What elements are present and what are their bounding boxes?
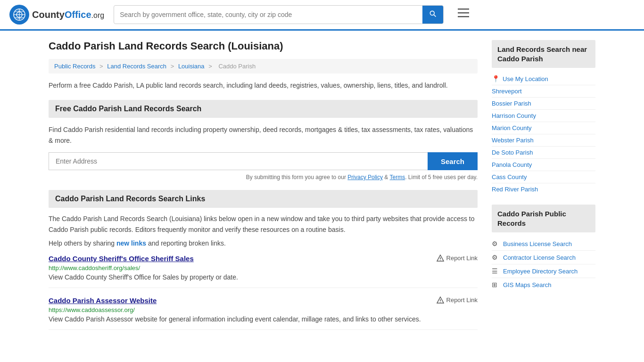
sidebar-location-7[interactable]: Cass County xyxy=(492,171,595,183)
use-location-link[interactable]: Use My Location xyxy=(503,75,548,82)
location-link-3[interactable]: Marion County xyxy=(492,124,532,132)
sidebar-location-4[interactable]: Webster Parish xyxy=(492,134,595,147)
link-item-0: Caddo County Sheriff's Office Sheriff Sa… xyxy=(49,255,478,288)
link-item-0-url: http://www.caddosheriff.org/sales/ xyxy=(49,264,478,272)
sidebar-location-6[interactable]: Panola County xyxy=(492,159,595,171)
sidebar-location-8[interactable]: Red River Parish xyxy=(492,183,595,195)
site-header: CountyOffice.org xyxy=(0,0,644,31)
location-pin-icon: 📍 xyxy=(492,75,500,82)
sidebar-use-location[interactable]: 📍 Use My Location xyxy=(492,73,595,85)
sidebar-location-0[interactable]: Shreveport xyxy=(492,85,595,98)
address-search-button[interactable]: Search xyxy=(428,152,478,170)
location-link-1[interactable]: Bossier Parish xyxy=(492,100,531,107)
limit-note: Limit of 5 free uses per day. xyxy=(408,174,478,181)
sidebar-public-record-3[interactable]: ⊞ GIS Maps Search xyxy=(492,278,595,291)
link-item-1: Caddo Parish Assessor Website Report Lin… xyxy=(49,296,478,330)
grid-icon-3: ⊞ xyxy=(492,281,499,288)
svg-line-5 xyxy=(434,15,436,16)
free-search-desc: Find Caddo Parish residential land recor… xyxy=(49,124,478,146)
link-item-0-title[interactable]: Caddo County Sheriff's Office Sheriff Sa… xyxy=(49,255,194,263)
share-text: Help others by sharing xyxy=(49,239,115,247)
svg-point-10 xyxy=(440,260,440,260)
link-item-1-url: https://www.caddoassessor.org/ xyxy=(49,306,478,313)
gear-icon-0: ⚙ xyxy=(492,240,499,247)
page-description: Perform a free Caddo Parish, LA public l… xyxy=(49,80,478,90)
location-link-6[interactable]: Panola County xyxy=(492,161,532,168)
sidebar-location-1[interactable]: Bossier Parish xyxy=(492,98,595,110)
gear-icon-1: ⚙ xyxy=(492,254,499,261)
logo-text: CountyOffice.org xyxy=(32,9,104,20)
svg-rect-8 xyxy=(458,16,469,17)
public-record-link-2[interactable]: Employee Directory Search xyxy=(503,268,578,275)
links-heading: Caddo Parish Land Records Search Links xyxy=(49,190,478,208)
location-link-8[interactable]: Red River Parish xyxy=(492,186,538,193)
new-links-link[interactable]: new links xyxy=(116,239,146,247)
location-link-7[interactable]: Cass County xyxy=(492,173,527,181)
breadcrumb-sep1: > xyxy=(99,63,105,70)
disclaimer-text: By submitting this form you agree to our xyxy=(246,174,346,181)
location-link-4[interactable]: Webster Parish xyxy=(492,137,534,144)
svg-point-4 xyxy=(430,11,435,15)
address-search-form: Search xyxy=(49,152,478,170)
address-input[interactable] xyxy=(49,152,428,170)
svg-rect-6 xyxy=(458,8,469,10)
public-record-link-3[interactable]: GIS Maps Search xyxy=(503,281,552,288)
share-suffix: and reporting broken links. xyxy=(148,239,226,247)
logo-area: CountyOffice.org xyxy=(9,5,104,25)
link-item-0-header: Caddo County Sheriff's Office Sheriff Sa… xyxy=(49,255,478,263)
link-item-1-title[interactable]: Caddo Parish Assessor Website xyxy=(49,296,157,304)
main-content: Caddo Parish Land Records Search (Louisi… xyxy=(49,40,478,338)
sidebar-location-3[interactable]: Marion County xyxy=(492,122,595,134)
breadcrumb-sep3: > xyxy=(208,63,214,70)
share-line: Help others by sharing new links and rep… xyxy=(49,239,478,247)
page-body: Caddo Parish Land Records Search (Louisi… xyxy=(39,31,605,348)
global-search-input[interactable] xyxy=(114,7,422,22)
svg-point-12 xyxy=(440,302,440,302)
page-title: Caddo Parish Land Records Search (Louisi… xyxy=(49,40,478,52)
form-disclaimer: By submitting this form you agree to our… xyxy=(49,174,478,181)
breadcrumb-public-records[interactable]: Public Records xyxy=(54,63,95,70)
global-search-bar[interactable] xyxy=(114,5,444,24)
breadcrumb-current: Caddo Parish xyxy=(218,63,256,70)
link-item-0-desc: View Caddo County Sheriff's Office for S… xyxy=(49,273,478,281)
sidebar-location-2[interactable]: Harrison County xyxy=(492,110,595,122)
report-link-label-1: Report Link xyxy=(446,296,478,304)
hamburger-menu-button[interactable] xyxy=(458,8,469,21)
public-record-link-0[interactable]: Business License Search xyxy=(503,240,572,247)
global-search-button[interactable] xyxy=(422,6,443,24)
logo-icon xyxy=(9,5,29,25)
sidebar-public-record-2[interactable]: ☰ Employee Directory Search xyxy=(492,264,595,278)
list-icon-2: ☰ xyxy=(492,267,499,275)
links-section: Caddo Parish Land Records Search Links T… xyxy=(49,190,478,330)
terms-link[interactable]: Terms xyxy=(389,174,405,181)
breadcrumb-louisiana[interactable]: Louisiana xyxy=(178,63,205,70)
location-link-2[interactable]: Harrison County xyxy=(492,112,536,119)
sidebar-nearby-title: Land Records Search near Caddo Parish xyxy=(492,40,595,68)
sidebar-public-record-1[interactable]: ⚙ Contractor License Search xyxy=(492,251,595,264)
breadcrumb-land-records[interactable]: Land Records Search xyxy=(107,63,166,70)
link-item-1-desc: View Caddo Parish Assessor website for g… xyxy=(49,315,478,323)
ampersand: & xyxy=(384,174,389,181)
breadcrumb: Public Records > Land Records Search > L… xyxy=(49,59,478,74)
sidebar-nearby-box: Land Records Search near Caddo Parish 📍 … xyxy=(492,40,595,195)
free-search-heading: Free Caddo Parish Land Records Search xyxy=(49,100,478,118)
svg-rect-7 xyxy=(458,12,469,14)
sidebar-public-record-0[interactable]: ⚙ Business License Search xyxy=(492,237,595,251)
sidebar-location-5[interactable]: De Soto Parish xyxy=(492,147,595,159)
public-record-link-1[interactable]: Contractor License Search xyxy=(503,254,576,261)
sidebar: Land Records Search near Caddo Parish 📍 … xyxy=(492,40,595,338)
report-link-button-0[interactable]: Report Link xyxy=(437,255,478,262)
report-link-label-0: Report Link xyxy=(446,255,478,262)
links-desc: The Caddo Parish Land Records Search (Lo… xyxy=(49,214,478,235)
link-item-1-header: Caddo Parish Assessor Website Report Lin… xyxy=(49,296,478,304)
sidebar-public-records-box: Caddo Parish Public Records ⚙ Business L… xyxy=(492,205,595,291)
location-link-5[interactable]: De Soto Parish xyxy=(492,149,533,156)
report-link-button-1[interactable]: Report Link xyxy=(437,296,478,304)
location-link-0[interactable]: Shreveport xyxy=(492,88,522,95)
privacy-policy-link[interactable]: Privacy Policy xyxy=(347,174,383,181)
sidebar-public-records-title: Caddo Parish Public Records xyxy=(492,205,595,232)
breadcrumb-sep2: > xyxy=(171,63,176,70)
